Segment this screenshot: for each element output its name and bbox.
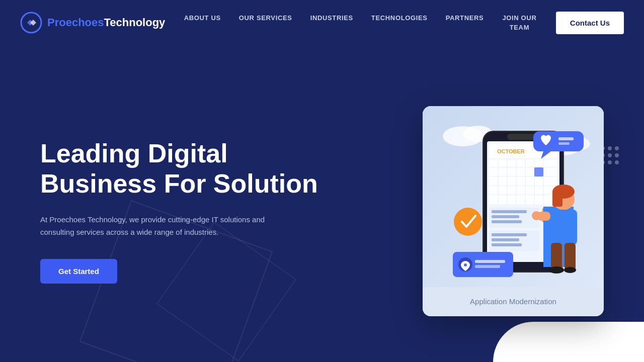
nav-item-technologies[interactable]: TECHNOLOGIES xyxy=(371,13,428,23)
svg-rect-29 xyxy=(492,238,519,241)
svg-rect-40 xyxy=(533,131,584,151)
navbar: ProechoesTechnology ABOUT US OUR SERVICE… xyxy=(0,0,644,45)
svg-rect-28 xyxy=(492,233,527,236)
svg-rect-51 xyxy=(565,243,576,270)
hero-content: Leading Digital Business For Solution At… xyxy=(40,139,322,284)
svg-rect-38 xyxy=(475,260,505,263)
image-card: OCTOBER xyxy=(423,106,604,316)
nav-link-partners[interactable]: PARTNERS xyxy=(446,14,484,22)
nav-link-technologies[interactable]: TECHNOLOGIES xyxy=(371,14,428,22)
svg-rect-39 xyxy=(475,265,500,268)
svg-rect-47 xyxy=(549,210,577,245)
image-card-label-text: Application Modernization xyxy=(470,297,556,306)
hero-description: At Proechoes Technology, we provide cutt… xyxy=(40,213,282,239)
svg-point-52 xyxy=(549,266,564,274)
logo-icon xyxy=(20,12,42,34)
hero-illustration: OCTOBER xyxy=(423,106,604,287)
hero-image: OCTOBER xyxy=(423,106,604,316)
hero-title: Leading Digital Business For Solution xyxy=(40,139,322,199)
svg-rect-50 xyxy=(551,243,562,270)
nav-links: ABOUT US OUR SERVICES INDUSTRIES TECHNOL… xyxy=(184,13,537,32)
nav-item-services[interactable]: OUR SERVICES xyxy=(239,13,292,23)
svg-text:OCTOBER: OCTOBER xyxy=(497,148,525,154)
svg-rect-30 xyxy=(492,243,522,246)
logo[interactable]: ProechoesTechnology xyxy=(20,12,165,34)
svg-point-53 xyxy=(564,267,576,273)
svg-point-49 xyxy=(532,211,541,220)
svg-rect-22 xyxy=(534,167,543,176)
wave-decoration xyxy=(493,322,644,362)
nav-link-services[interactable]: OUR SERVICES xyxy=(239,14,292,22)
nav-item-partners[interactable]: PARTNERS xyxy=(446,13,484,23)
nav-item-industries[interactable]: INDUSTRIES xyxy=(310,13,353,23)
nav-link-industries[interactable]: INDUSTRIES xyxy=(310,14,353,22)
svg-rect-26 xyxy=(492,220,522,223)
svg-rect-46 xyxy=(552,192,562,207)
svg-rect-11 xyxy=(489,159,557,205)
nav-item-about[interactable]: ABOUT US xyxy=(184,13,221,23)
svg-point-34 xyxy=(454,208,482,236)
svg-rect-41 xyxy=(558,137,574,140)
hero-section: Leading Digital Business For Solution At… xyxy=(0,45,644,362)
image-card-visual: OCTOBER xyxy=(423,106,604,287)
image-card-label: Application Modernization xyxy=(423,287,604,316)
svg-rect-24 xyxy=(492,210,527,213)
logo-text: ProechoesTechnology xyxy=(47,16,165,29)
contact-button[interactable]: Contact Us xyxy=(556,12,624,34)
nav-item-join[interactable]: JOIN OUR TEAM xyxy=(502,13,537,32)
nav-link-about[interactable]: ABOUT US xyxy=(184,14,221,22)
svg-rect-42 xyxy=(558,142,570,145)
svg-point-37 xyxy=(464,263,467,266)
svg-rect-25 xyxy=(492,215,519,218)
nav-link-join[interactable]: JOIN OUR TEAM xyxy=(502,14,536,31)
get-started-button[interactable]: Get Started xyxy=(40,259,117,284)
